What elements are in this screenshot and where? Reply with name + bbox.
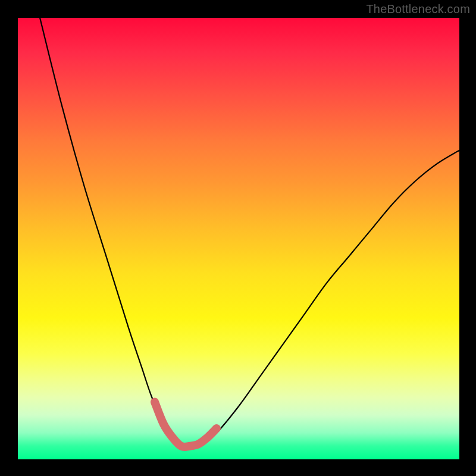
chart-area <box>18 18 459 459</box>
optimal-region-highlight <box>155 402 217 447</box>
watermark-text: TheBottleneck.com <box>366 2 470 16</box>
bottleneck-chart <box>18 18 459 459</box>
bottleneck-curve-line <box>40 18 459 447</box>
